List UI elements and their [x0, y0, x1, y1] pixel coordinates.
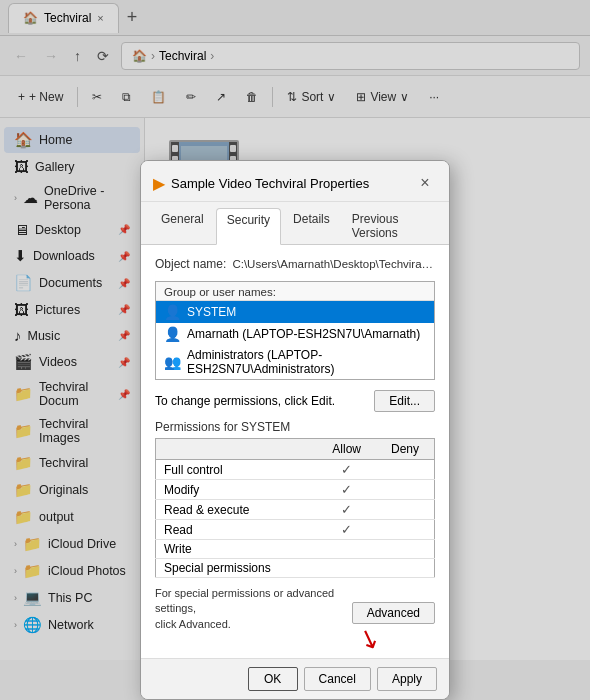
tab-details[interactable]: Details [283, 208, 340, 244]
advanced-row: For special permissions or advanced sett… [155, 586, 435, 640]
col-deny: Deny [376, 439, 434, 460]
table-row: Full control ✓ [156, 460, 435, 480]
perm-deny [376, 520, 434, 540]
edit-button[interactable]: Edit... [374, 390, 435, 412]
properties-dialog: ▶ Sample Video Techviral Properties × Ge… [140, 160, 450, 700]
perm-deny [376, 500, 434, 520]
user-item-amarnath[interactable]: 👤 Amarnath (LAPTOP-ESH2SN7U\Amarnath) [156, 323, 434, 345]
check-icon: ✓ [341, 462, 352, 477]
dialog-overlay: ▶ Sample Video Techviral Properties × Ge… [0, 0, 590, 700]
dialog-titlebar: ▶ Sample Video Techviral Properties × [141, 161, 449, 202]
perm-allow [317, 540, 376, 559]
object-name-value: C:\Users\Amarnath\Desktop\Techviral\Samp… [232, 258, 435, 270]
permissions-table: Allow Deny Full control ✓ Modify ✓ [155, 438, 435, 578]
ok-button[interactable]: OK [248, 667, 298, 691]
perm-deny [376, 460, 434, 480]
dialog-body: Object name: C:\Users\Amarnath\Desktop\T… [141, 245, 449, 658]
perm-allow: ✓ [317, 460, 376, 480]
table-header-row: Allow Deny [156, 439, 435, 460]
user-item-administrators[interactable]: 👥 Administrators (LAPTOP-ESH2SN7U\Admini… [156, 345, 434, 379]
group-box-title: Group or user names: [156, 282, 434, 301]
perm-allow: ✓ [317, 480, 376, 500]
dialog-title: ▶ Sample Video Techviral Properties [153, 174, 369, 193]
table-row: Special permissions [156, 559, 435, 578]
change-permissions-text: To change permissions, click Edit. [155, 394, 335, 408]
check-icon: ✓ [341, 482, 352, 497]
special-note: For special permissions or advanced sett… [155, 586, 344, 632]
perm-deny [376, 480, 434, 500]
perm-name: Modify [156, 480, 318, 500]
perm-name: Write [156, 540, 318, 559]
table-row: Modify ✓ [156, 480, 435, 500]
permissions-label: Permissions for SYSTEM [155, 420, 435, 434]
perm-allow: ✓ [317, 500, 376, 520]
col-permission [156, 439, 318, 460]
user-icon: 👤 [164, 326, 181, 342]
apply-button[interactable]: Apply [377, 667, 437, 691]
dialog-footer: OK Cancel Apply [141, 658, 449, 699]
dialog-tabs: General Security Details Previous Versio… [141, 202, 449, 245]
tab-security[interactable]: Security [216, 208, 281, 245]
advanced-button[interactable]: Advanced [352, 602, 435, 624]
perm-name: Read [156, 520, 318, 540]
perm-deny [376, 540, 434, 559]
tab-previous-versions[interactable]: Previous Versions [342, 208, 439, 244]
table-row: Write [156, 540, 435, 559]
table-row: Read & execute ✓ [156, 500, 435, 520]
perm-allow [317, 559, 376, 578]
vlc-icon: ▶ [153, 174, 165, 193]
check-icon: ✓ [341, 502, 352, 517]
perm-name: Special permissions [156, 559, 318, 578]
tab-general[interactable]: General [151, 208, 214, 244]
dialog-close-button[interactable]: × [413, 171, 437, 195]
cancel-button[interactable]: Cancel [304, 667, 371, 691]
perm-deny [376, 559, 434, 578]
col-allow: Allow [317, 439, 376, 460]
object-name-label: Object name: [155, 257, 226, 271]
check-icon: ✓ [341, 522, 352, 537]
perm-allow: ✓ [317, 520, 376, 540]
change-permissions-row: To change permissions, click Edit. Edit.… [155, 390, 435, 412]
group-icon: 👥 [164, 354, 181, 370]
user-item-system[interactable]: 👤 SYSTEM [156, 301, 434, 323]
group-users-box: Group or user names: 👤 SYSTEM 👤 Amarnath… [155, 281, 435, 380]
perm-name: Read & execute [156, 500, 318, 520]
advanced-section: For special permissions or advanced sett… [155, 586, 435, 640]
object-name-row: Object name: C:\Users\Amarnath\Desktop\T… [155, 257, 435, 271]
table-row: Read ✓ [156, 520, 435, 540]
perm-name: Full control [156, 460, 318, 480]
user-icon: 👤 [164, 304, 181, 320]
